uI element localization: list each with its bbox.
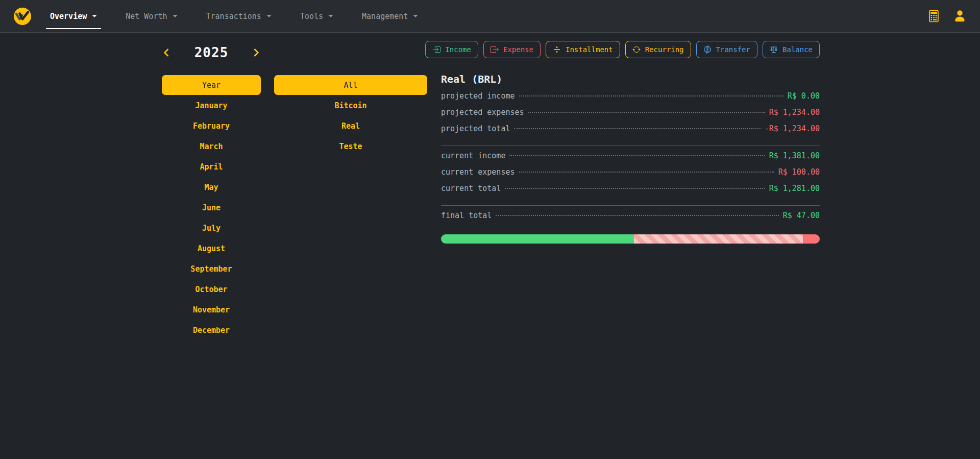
year-button[interactable]: Year — [162, 75, 261, 95]
row-label: projected income — [441, 91, 515, 101]
chevron-down-icon — [328, 15, 333, 17]
income-button[interactable]: Income — [425, 41, 478, 58]
nav-item-overview[interactable]: Overview — [47, 10, 100, 23]
dotted-leader — [509, 155, 765, 156]
all-accounts-button[interactable]: All — [274, 75, 427, 95]
row-label: current expenses — [441, 167, 515, 177]
year-label: 2025 — [194, 45, 229, 60]
transfer-button[interactable]: Transfer — [696, 41, 757, 58]
account-list: Bitcoin Real Teste — [274, 95, 427, 157]
nav-item-net-worth[interactable]: Net Worth — [122, 10, 180, 23]
month-link-december[interactable]: December — [162, 320, 261, 341]
row-label: current total — [441, 184, 501, 193]
month-link-october[interactable]: October — [162, 279, 261, 300]
month-link-september[interactable]: September — [162, 259, 261, 279]
chevron-down-icon — [413, 15, 418, 17]
row-value: -R$ 1,234.00 — [765, 124, 820, 133]
month-link-january[interactable]: January — [162, 95, 261, 116]
navbar-right — [927, 9, 967, 23]
month-link-july[interactable]: July — [162, 218, 261, 238]
scales-icon — [770, 45, 778, 54]
nav-menu: Overview Net Worth Transactions Tools Ma… — [47, 0, 421, 32]
income-button-label: Income — [445, 45, 471, 54]
previous-year-icon[interactable] — [162, 48, 171, 57]
row-value: R$ 1,381.00 — [769, 151, 820, 160]
projected-income-row: projected income R$ 0.00 — [441, 91, 820, 108]
year-navigation: 2025 — [162, 43, 261, 62]
nav-item-label: Tools — [300, 12, 323, 21]
nav-item-management[interactable]: Management — [359, 10, 421, 23]
cash-transfer-icon — [703, 45, 712, 54]
month-link-march[interactable]: March — [162, 136, 261, 157]
nav-item-label: Overview — [50, 12, 87, 21]
row-value: R$ 0.00 — [788, 91, 820, 101]
dotted-leader — [505, 188, 765, 189]
calculator-icon[interactable] — [927, 9, 941, 23]
chevron-down-icon — [92, 15, 97, 17]
expense-button-label: Expense — [503, 45, 533, 54]
dotted-leader — [528, 112, 765, 113]
current-income-row: current income R$ 1,381.00 — [441, 151, 820, 167]
projected-expenses-row: projected expenses R$ 1,234.00 — [441, 108, 820, 124]
month-link-august[interactable]: August — [162, 238, 261, 259]
balance-button-label: Balance — [782, 45, 813, 54]
transaction-actions: Income Expense Installment Recurring — [441, 41, 820, 58]
projected-total-row: projected total -R$ 1,234.00 — [441, 124, 820, 140]
installment-button-label: Installment — [566, 45, 613, 54]
user-icon[interactable] — [953, 9, 967, 23]
arrow-repeat-icon — [632, 45, 641, 54]
month-link-april[interactable]: April — [162, 157, 261, 177]
row-label: projected total — [441, 124, 510, 133]
account-link-real[interactable]: Real — [274, 116, 427, 136]
row-label: projected expenses — [441, 108, 524, 117]
nav-item-transactions[interactable]: Transactions — [203, 10, 275, 23]
month-link-november[interactable]: November — [162, 300, 261, 320]
progress-segment-expenses — [803, 234, 820, 244]
chevron-down-icon — [266, 15, 272, 17]
division-icon — [553, 45, 561, 54]
month-link-may[interactable]: May — [162, 177, 261, 198]
nav-item-label: Transactions — [206, 12, 261, 21]
brand-logo-icon[interactable] — [13, 7, 32, 26]
nav-item-label: Net Worth — [126, 12, 167, 21]
account-summary-panel: Real (BRL) projected income R$ 0.00 proj… — [441, 74, 820, 244]
final-total-row: final total R$ 47.00 — [441, 211, 820, 227]
progress-segment-income — [441, 234, 634, 244]
recurring-button[interactable]: Recurring — [625, 41, 691, 58]
section-divider — [441, 146, 820, 146]
row-value: R$ 1,281.00 — [769, 184, 820, 193]
row-value: R$ 100.00 — [778, 167, 820, 177]
transfer-button-label: Transfer — [716, 45, 750, 54]
nav-item-label: Management — [362, 12, 408, 21]
box-arrow-right-icon — [491, 45, 499, 54]
recurring-button-label: Recurring — [645, 45, 684, 54]
month-link-june[interactable]: June — [162, 198, 261, 218]
nav-item-tools[interactable]: Tools — [297, 10, 336, 23]
app-page: Overview Net Worth Transactions Tools Ma… — [0, 0, 980, 459]
current-total-row: current total R$ 1,281.00 — [441, 184, 820, 200]
dotted-leader — [519, 172, 774, 173]
installment-button[interactable]: Installment — [546, 41, 620, 58]
dotted-leader — [519, 95, 783, 96]
account-link-bitcoin[interactable]: Bitcoin — [274, 95, 427, 116]
next-year-icon[interactable] — [252, 48, 261, 57]
account-link-teste[interactable]: Teste — [274, 136, 427, 157]
dotted-leader — [514, 128, 760, 129]
month-link-february[interactable]: February — [162, 116, 261, 136]
box-arrow-in-right-icon — [432, 45, 440, 54]
balance-progress-bar — [441, 234, 820, 244]
row-value: R$ 1,234.00 — [769, 108, 820, 117]
current-expenses-row: current expenses R$ 100.00 — [441, 167, 820, 184]
section-divider — [441, 205, 820, 206]
progress-segment-projected-expenses — [634, 234, 803, 244]
chevron-down-icon — [173, 15, 178, 17]
navbar: Overview Net Worth Transactions Tools Ma… — [0, 0, 980, 33]
summary-title: Real (BRL) — [441, 74, 820, 85]
row-label: current income — [441, 151, 505, 160]
balance-button[interactable]: Balance — [763, 41, 820, 58]
row-value: R$ 47.00 — [783, 211, 820, 220]
month-list: January February March April May June Ju… — [162, 95, 261, 341]
dotted-leader — [496, 215, 778, 216]
row-label: final total — [441, 211, 492, 220]
expense-button[interactable]: Expense — [483, 41, 541, 58]
